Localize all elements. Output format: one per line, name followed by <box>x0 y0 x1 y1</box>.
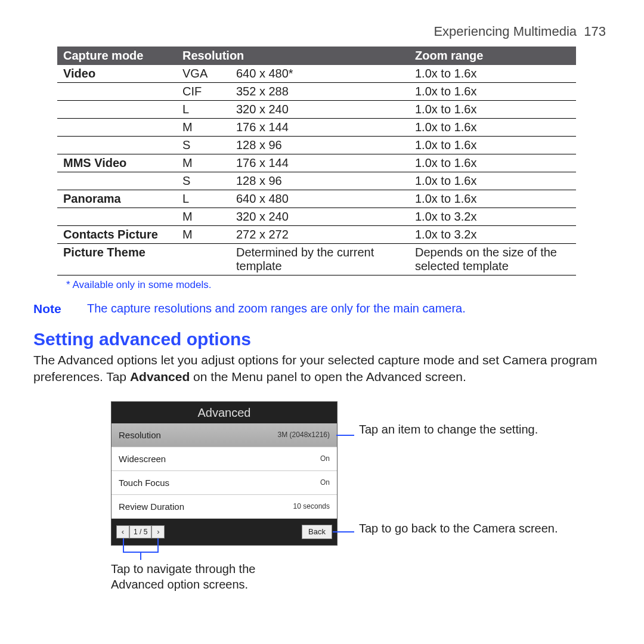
callout-navigate: Tap to navigate through the Advanced opt… <box>111 561 302 592</box>
table-row: Picture ThemeDetermined by the current t… <box>57 244 576 275</box>
cell-zoom-range: 1.0x to 1.6x <box>409 119 576 137</box>
note-text: The capture resolutions and zoom ranges … <box>87 302 611 316</box>
lead-line <box>157 538 159 552</box>
cell-capture-mode: Video <box>57 65 177 83</box>
advanced-option-label: Touch Focus <box>119 478 169 488</box>
table-row: PanoramaL640 x 4801.0x to 1.6x <box>57 190 576 208</box>
table-footnote: * Available only in some models. <box>66 279 611 291</box>
cell-capture-mode <box>57 137 177 154</box>
cell-zoom-range: 1.0x to 1.6x <box>409 190 576 208</box>
callout-back: Tap to go back to the Camera screen. <box>359 521 558 536</box>
lead-line <box>333 531 354 532</box>
note-label: Note <box>33 302 69 316</box>
cell-res-value: 128 x 96 <box>230 137 409 154</box>
cell-zoom-range: 1.0x to 1.6x <box>409 101 576 119</box>
advanced-option-row[interactable]: WidescreenOn <box>112 447 337 471</box>
th-capture-mode: Capture mode <box>57 47 177 65</box>
page-header: Experiencing Multimedia 173 <box>33 24 611 39</box>
cell-res-code: M <box>177 119 230 137</box>
advanced-option-value: 3M (2048x1216) <box>278 431 330 439</box>
cell-res-code: M <box>177 154 230 172</box>
cell-res-value: 640 x 480* <box>230 65 409 83</box>
cell-res-code: VGA <box>177 65 230 83</box>
cell-zoom-range: 1.0x to 1.6x <box>409 172 576 190</box>
cell-res-code: M <box>177 226 230 244</box>
cell-res-code: M <box>177 208 230 226</box>
table-row: L320 x 2401.0x to 1.6x <box>57 101 576 119</box>
advanced-option-row[interactable]: Resolution3M (2048x1216) <box>112 423 337 447</box>
cell-res-value: 352 x 288 <box>230 83 409 101</box>
cell-capture-mode: MMS Video <box>57 154 177 172</box>
cell-capture-mode <box>57 119 177 137</box>
cell-zoom-range: 1.0x to 3.2x <box>409 226 576 244</box>
table-row: MMS VideoM176 x 1441.0x to 1.6x <box>57 154 576 172</box>
cell-capture-mode: Contacts Picture <box>57 226 177 244</box>
lead-line <box>336 435 354 436</box>
advanced-option-label: Widescreen <box>119 454 166 464</box>
cell-res-value: Determined by the current template <box>230 244 409 275</box>
cell-res-code: S <box>177 172 230 190</box>
cell-res-value: 640 x 480 <box>230 190 409 208</box>
cell-zoom-range: 1.0x to 1.6x <box>409 154 576 172</box>
body-bold: Advanced <box>130 370 190 383</box>
table-row: S128 x 961.0x to 1.6x <box>57 137 576 154</box>
advanced-option-row[interactable]: Review Duration10 seconds <box>112 495 337 519</box>
table-row: M320 x 2401.0x to 3.2x <box>57 208 576 226</box>
cell-res-code: L <box>177 190 230 208</box>
cell-res-code <box>177 244 230 275</box>
table-row: VideoVGA640 x 480*1.0x to 1.6x <box>57 65 576 83</box>
cell-zoom-range: 1.0x to 1.6x <box>409 65 576 83</box>
chapter-name: Experiencing Multimedia <box>434 24 577 39</box>
table-row: CIF352 x 2881.0x to 1.6x <box>57 83 576 101</box>
back-button[interactable]: Back <box>302 525 332 539</box>
screenshot-zone: Advanced Resolution3M (2048x1216)Widescr… <box>111 401 564 592</box>
table-row: S128 x 961.0x to 1.6x <box>57 172 576 190</box>
cell-capture-mode: Panorama <box>57 190 177 208</box>
cell-res-value: 272 x 272 <box>230 226 409 244</box>
cell-res-code: L <box>177 101 230 119</box>
lead-line <box>140 552 141 560</box>
cell-capture-mode <box>57 101 177 119</box>
callout-tap-item: Tap an item to change the setting. <box>359 422 538 437</box>
pager: ‹ 1 / 5 › <box>116 525 165 538</box>
table-row: M176 x 1441.0x to 1.6x <box>57 119 576 137</box>
section-body: The Advanced options let you adjust opti… <box>33 352 611 386</box>
th-zoom-range: Zoom range <box>409 47 576 65</box>
pager-count: 1 / 5 <box>129 525 151 538</box>
cell-zoom-range: 1.0x to 3.2x <box>409 208 576 226</box>
pager-next-button[interactable]: › <box>151 525 165 538</box>
cell-res-value: 320 x 240 <box>230 208 409 226</box>
cell-res-value: 176 x 144 <box>230 154 409 172</box>
cell-res-value: 320 x 240 <box>230 101 409 119</box>
cell-capture-mode <box>57 208 177 226</box>
advanced-option-value: 10 seconds <box>293 502 330 510</box>
cell-res-code: S <box>177 137 230 154</box>
cell-zoom-range: 1.0x to 1.6x <box>409 83 576 101</box>
th-resolution: Resolution <box>177 47 409 65</box>
cell-res-value: 176 x 144 <box>230 119 409 137</box>
lead-line <box>123 538 124 552</box>
advanced-bottom-bar: ‹ 1 / 5 › Back <box>112 519 337 545</box>
advanced-option-label: Review Duration <box>119 501 184 512</box>
cell-zoom-range: 1.0x to 1.6x <box>409 137 576 154</box>
cell-capture-mode <box>57 172 177 190</box>
page-number: 173 <box>584 24 606 39</box>
advanced-option-label: Resolution <box>119 430 161 440</box>
cell-capture-mode: Picture Theme <box>57 244 177 275</box>
cell-capture-mode <box>57 83 177 101</box>
body-post: on the Menu panel to open the Advanced s… <box>190 370 466 383</box>
advanced-option-row[interactable]: Touch FocusOn <box>112 471 337 495</box>
table-row: Contacts PictureM272 x 2721.0x to 3.2x <box>57 226 576 244</box>
advanced-title: Advanced <box>112 402 337 423</box>
cell-res-value: 128 x 96 <box>230 172 409 190</box>
capture-mode-table: Capture mode Resolution Zoom range Video… <box>57 47 576 275</box>
pager-prev-button[interactable]: ‹ <box>116 525 129 538</box>
advanced-screen: Advanced Resolution3M (2048x1216)Widescr… <box>111 401 338 546</box>
cell-res-code: CIF <box>177 83 230 101</box>
advanced-option-value: On <box>320 454 330 463</box>
advanced-option-value: On <box>320 478 330 487</box>
note-block: Note The capture resolutions and zoom ra… <box>33 302 611 316</box>
table-header-row: Capture mode Resolution Zoom range <box>57 47 576 65</box>
cell-zoom-range: Depends on the size of the selected temp… <box>409 244 576 275</box>
section-heading: Setting advanced options <box>33 329 611 349</box>
